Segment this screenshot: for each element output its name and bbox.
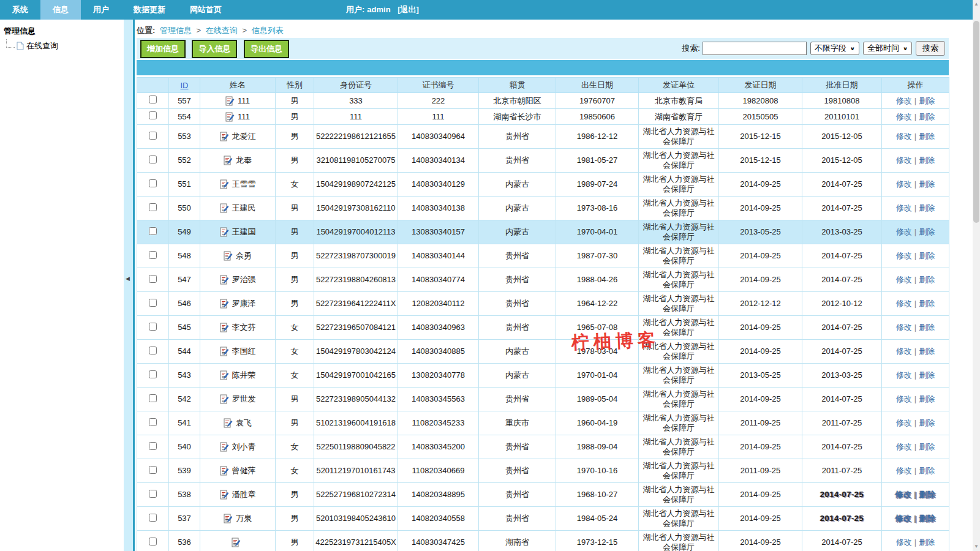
edit-link[interactable]: 修改 [896, 132, 912, 141]
edit-doc-icon[interactable] [220, 323, 229, 332]
edit-doc-icon[interactable] [224, 251, 233, 261]
edit-doc-icon[interactable] [220, 227, 229, 237]
edit-link[interactable]: 修改 [896, 370, 912, 380]
search-input[interactable] [703, 42, 807, 55]
row-checkbox[interactable] [149, 442, 157, 450]
breadcrumb-link-online-query[interactable]: 在线查询 [206, 26, 238, 35]
edit-doc-icon[interactable] [232, 538, 241, 547]
row-checkbox[interactable] [149, 370, 157, 378]
delete-link[interactable]: 删除 [919, 275, 935, 284]
row-checkbox[interactable] [149, 490, 157, 498]
edit-doc-icon[interactable] [224, 418, 233, 428]
row-checkbox[interactable] [149, 111, 157, 119]
edit-link[interactable]: 修改 [896, 299, 912, 308]
row-checkbox[interactable] [149, 418, 157, 426]
row-checkbox[interactable] [149, 179, 157, 187]
row-checkbox[interactable] [149, 514, 157, 522]
row-checkbox[interactable] [149, 156, 157, 163]
logout-link[interactable]: [退出] [398, 5, 419, 14]
row-checkbox[interactable] [149, 203, 157, 211]
edit-doc-icon[interactable] [220, 466, 229, 476]
edit-link[interactable]: 修改 [896, 275, 912, 284]
row-checkbox[interactable] [149, 323, 157, 331]
field-select[interactable]: 不限字段 ∨ [810, 42, 859, 55]
edit-link[interactable]: 修改 [896, 347, 912, 356]
edit-link[interactable]: 修改 [896, 251, 912, 260]
delete-link[interactable]: 删除 [919, 370, 935, 380]
delete-link[interactable]: 删除 [919, 538, 935, 547]
edit-doc-icon[interactable] [220, 490, 229, 500]
delete-link[interactable]: 删除 [919, 418, 935, 427]
edit-link[interactable]: 修改 [896, 442, 912, 451]
breadcrumb-link-manage-info[interactable]: 管理信息 [160, 26, 192, 35]
edit-link[interactable]: 修改 [896, 418, 912, 427]
edit-doc-icon[interactable] [225, 96, 235, 106]
edit-doc-icon[interactable] [220, 299, 229, 309]
nav-tab-数据更新[interactable]: 数据更新 [121, 0, 178, 20]
nav-tab-系统[interactable]: 系统 [0, 0, 40, 20]
edit-link[interactable]: 修改 [896, 112, 912, 121]
row-checkbox[interactable] [149, 466, 157, 474]
import-info-button[interactable]: 导入信息 [192, 40, 237, 58]
delete-link[interactable]: 删除 [919, 156, 935, 165]
row-checkbox[interactable] [149, 275, 157, 283]
edit-link[interactable]: 修改 [896, 323, 912, 332]
delete-link[interactable]: 删除 [919, 112, 935, 121]
edit-doc-icon[interactable] [220, 203, 229, 213]
edit-doc-icon[interactable] [220, 442, 229, 452]
collapse-arrow-icon[interactable]: ◀ [126, 276, 130, 282]
add-info-button[interactable]: 增加信息 [140, 40, 186, 58]
edit-link[interactable]: 修改 [895, 490, 911, 499]
nav-tab-用户[interactable]: 用户 [81, 0, 121, 20]
edit-link[interactable]: 修改 [896, 156, 912, 165]
delete-link[interactable]: 删除 [919, 466, 935, 475]
delete-link[interactable]: 删除 [919, 227, 935, 236]
export-info-button[interactable]: 导出信息 [244, 40, 289, 58]
edit-link[interactable]: 修改 [896, 179, 912, 189]
delete-link[interactable]: 删除 [919, 347, 935, 356]
edit-link[interactable]: 修改 [896, 538, 912, 547]
time-select[interactable]: 全部时间 ∨ [863, 42, 912, 55]
edit-link[interactable]: 修改 [896, 203, 912, 212]
sidebar-item-online-query[interactable]: 在线查询 [6, 40, 124, 51]
edit-doc-icon[interactable] [220, 179, 229, 189]
edit-doc-icon[interactable] [220, 347, 229, 356]
edit-doc-icon[interactable] [224, 156, 233, 165]
page-scrollbar[interactable]: ▲ ▼ [973, 0, 980, 551]
sidebar-splitter[interactable]: ◀ [124, 20, 135, 551]
edit-doc-icon[interactable] [225, 112, 235, 122]
row-checkbox[interactable] [149, 251, 157, 259]
edit-link[interactable]: 修改 [896, 227, 912, 236]
search-button[interactable]: 搜索 [916, 41, 945, 56]
nav-tab-信息[interactable]: 信息 [40, 0, 81, 20]
delete-link[interactable]: 删除 [919, 490, 936, 499]
delete-link[interactable]: 删除 [919, 299, 935, 308]
row-checkbox[interactable] [149, 538, 157, 545]
row-checkbox[interactable] [149, 299, 157, 307]
edit-link[interactable]: 修改 [896, 96, 912, 105]
delete-link[interactable]: 删除 [919, 96, 935, 105]
edit-link[interactable]: 修改 [895, 514, 911, 523]
edit-link[interactable]: 修改 [896, 466, 912, 475]
edit-doc-icon[interactable] [220, 275, 229, 285]
row-checkbox[interactable] [149, 96, 157, 103]
nav-tab-网站首页[interactable]: 网站首页 [178, 0, 234, 20]
edit-doc-icon[interactable] [220, 132, 229, 141]
row-checkbox[interactable] [149, 394, 157, 402]
delete-link[interactable]: 删除 [919, 179, 935, 189]
edit-doc-icon[interactable] [224, 514, 233, 523]
scrollbar-thumb[interactable] [973, 21, 979, 223]
row-checkbox[interactable] [149, 132, 157, 140]
delete-link[interactable]: 删除 [919, 442, 935, 451]
delete-link[interactable]: 删除 [919, 132, 935, 141]
delete-link[interactable]: 删除 [919, 251, 935, 260]
id-sort-link[interactable]: ID [181, 81, 189, 90]
edit-doc-icon[interactable] [220, 370, 229, 380]
delete-link[interactable]: 删除 [919, 323, 935, 332]
scroll-up-arrow-icon[interactable]: ▲ [973, 0, 980, 9]
delete-link[interactable]: 删除 [919, 394, 935, 403]
edit-doc-icon[interactable] [220, 394, 229, 404]
delete-link[interactable]: 删除 [919, 203, 935, 212]
row-checkbox[interactable] [149, 227, 157, 235]
delete-link[interactable]: 删除 [919, 514, 936, 523]
